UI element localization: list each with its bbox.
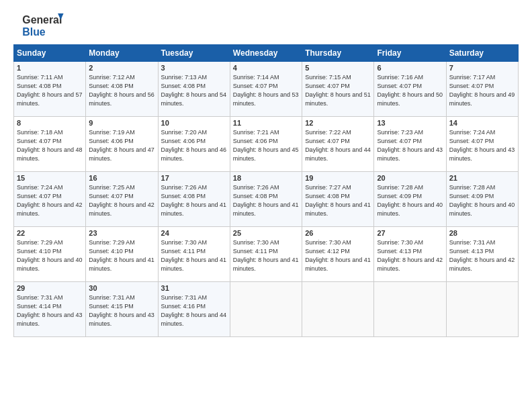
day-info: Sunrise: 7:29 AMSunset: 4:10 PMDaylight:…: [89, 239, 154, 272]
calendar-cell: 17 Sunrise: 7:26 AMSunset: 4:08 PMDaylig…: [158, 172, 230, 227]
day-number: 26: [305, 229, 371, 237]
day-number: 25: [233, 229, 299, 237]
day-info: Sunrise: 7:24 AMSunset: 4:07 PMDaylight:…: [449, 129, 515, 162]
week-row-5: 29 Sunrise: 7:31 AMSunset: 4:14 PMDaylig…: [14, 282, 519, 337]
calendar-cell: 19 Sunrise: 7:27 AMSunset: 4:08 PMDaylig…: [302, 172, 374, 227]
calendar-cell: 7 Sunrise: 7:17 AMSunset: 4:07 PMDayligh…: [446, 62, 518, 117]
calendar-cell: 22 Sunrise: 7:29 AMSunset: 4:10 PMDaylig…: [14, 227, 86, 282]
calendar-cell: 26 Sunrise: 7:30 AMSunset: 4:12 PMDaylig…: [302, 227, 374, 282]
day-info: Sunrise: 7:23 AMSunset: 4:07 PMDaylight:…: [377, 129, 443, 162]
header: General Blue: [13, 12, 519, 38]
day-info: Sunrise: 7:30 AMSunset: 4:11 PMDaylight:…: [161, 239, 227, 272]
col-header-saturday: Saturday: [446, 45, 518, 62]
logo-svg: General Blue: [13, 12, 74, 38]
day-number: 23: [89, 229, 154, 237]
week-row-3: 15 Sunrise: 7:24 AMSunset: 4:07 PMDaylig…: [14, 172, 519, 227]
week-row-1: 1 Sunrise: 7:11 AMSunset: 4:08 PMDayligh…: [14, 62, 519, 117]
calendar-cell: 3 Sunrise: 7:13 AMSunset: 4:08 PMDayligh…: [158, 62, 230, 117]
calendar-cell: 25 Sunrise: 7:30 AMSunset: 4:11 PMDaylig…: [230, 227, 302, 282]
calendar-cell: 20 Sunrise: 7:28 AMSunset: 4:09 PMDaylig…: [374, 172, 446, 227]
day-number: 6: [377, 64, 443, 72]
calendar-cell: 4 Sunrise: 7:14 AMSunset: 4:07 PMDayligh…: [230, 62, 302, 117]
calendar-cell: 1 Sunrise: 7:11 AMSunset: 4:08 PMDayligh…: [14, 62, 86, 117]
calendar-cell: 10 Sunrise: 7:20 AMSunset: 4:06 PMDaylig…: [158, 117, 230, 172]
day-info: Sunrise: 7:26 AMSunset: 4:08 PMDaylight:…: [233, 184, 299, 217]
day-number: 28: [449, 229, 515, 237]
day-info: Sunrise: 7:28 AMSunset: 4:09 PMDaylight:…: [377, 184, 443, 217]
day-number: 22: [17, 229, 83, 237]
calendar-cell: 9 Sunrise: 7:19 AMSunset: 4:06 PMDayligh…: [86, 117, 158, 172]
day-info: Sunrise: 7:31 AMSunset: 4:15 PMDaylight:…: [89, 294, 154, 327]
header-row: SundayMondayTuesdayWednesdayThursdayFrid…: [14, 45, 519, 62]
logo: General Blue: [13, 12, 74, 38]
calendar-cell: 18 Sunrise: 7:26 AMSunset: 4:08 PMDaylig…: [230, 172, 302, 227]
calendar-cell: 5 Sunrise: 7:15 AMSunset: 4:07 PMDayligh…: [302, 62, 374, 117]
svg-text:Blue: Blue: [22, 26, 45, 38]
calendar-cell: 14 Sunrise: 7:24 AMSunset: 4:07 PMDaylig…: [446, 117, 518, 172]
calendar-cell: 28 Sunrise: 7:31 AMSunset: 4:13 PMDaylig…: [446, 227, 518, 282]
calendar-cell: 16 Sunrise: 7:25 AMSunset: 4:07 PMDaylig…: [86, 172, 158, 227]
week-row-2: 8 Sunrise: 7:18 AMSunset: 4:07 PMDayligh…: [14, 117, 519, 172]
day-info: Sunrise: 7:31 AMSunset: 4:16 PMDaylight:…: [161, 294, 227, 327]
calendar-cell: 30 Sunrise: 7:31 AMSunset: 4:15 PMDaylig…: [86, 282, 158, 337]
week-row-4: 22 Sunrise: 7:29 AMSunset: 4:10 PMDaylig…: [14, 227, 519, 282]
col-header-monday: Monday: [86, 45, 158, 62]
day-info: Sunrise: 7:30 AMSunset: 4:11 PMDaylight:…: [233, 239, 299, 272]
day-number: 3: [161, 64, 227, 72]
day-number: 18: [233, 174, 299, 182]
day-info: Sunrise: 7:29 AMSunset: 4:10 PMDaylight:…: [17, 239, 83, 272]
calendar-cell: 11 Sunrise: 7:21 AMSunset: 4:06 PMDaylig…: [230, 117, 302, 172]
day-info: Sunrise: 7:19 AMSunset: 4:06 PMDaylight:…: [89, 129, 154, 162]
day-number: 16: [89, 174, 154, 182]
calendar-cell: [230, 282, 302, 337]
col-header-wednesday: Wednesday: [230, 45, 302, 62]
calendar-cell: 23 Sunrise: 7:29 AMSunset: 4:10 PMDaylig…: [86, 227, 158, 282]
col-header-friday: Friday: [374, 45, 446, 62]
day-info: Sunrise: 7:18 AMSunset: 4:07 PMDaylight:…: [17, 129, 83, 162]
day-number: 2: [89, 64, 154, 72]
day-info: Sunrise: 7:30 AMSunset: 4:13 PMDaylight:…: [377, 239, 443, 272]
day-number: 13: [377, 119, 443, 127]
col-header-thursday: Thursday: [302, 45, 374, 62]
day-number: 19: [305, 174, 371, 182]
calendar-cell: 12 Sunrise: 7:22 AMSunset: 4:07 PMDaylig…: [302, 117, 374, 172]
day-info: Sunrise: 7:12 AMSunset: 4:08 PMDaylight:…: [89, 74, 154, 107]
day-info: Sunrise: 7:31 AMSunset: 4:14 PMDaylight:…: [17, 294, 83, 327]
day-info: Sunrise: 7:25 AMSunset: 4:07 PMDaylight:…: [89, 184, 154, 217]
calendar-cell: 24 Sunrise: 7:30 AMSunset: 4:11 PMDaylig…: [158, 227, 230, 282]
col-header-tuesday: Tuesday: [158, 45, 230, 62]
day-info: Sunrise: 7:20 AMSunset: 4:06 PMDaylight:…: [161, 129, 227, 162]
calendar-cell: 27 Sunrise: 7:30 AMSunset: 4:13 PMDaylig…: [374, 227, 446, 282]
day-number: 21: [449, 174, 515, 182]
calendar-cell: 31 Sunrise: 7:31 AMSunset: 4:16 PMDaylig…: [158, 282, 230, 337]
day-info: Sunrise: 7:31 AMSunset: 4:13 PMDaylight:…: [449, 239, 515, 272]
calendar-cell: 21 Sunrise: 7:28 AMSunset: 4:09 PMDaylig…: [446, 172, 518, 227]
day-info: Sunrise: 7:16 AMSunset: 4:07 PMDaylight:…: [377, 74, 443, 107]
day-number: 11: [233, 119, 299, 127]
day-number: 29: [17, 284, 83, 292]
calendar-cell: 29 Sunrise: 7:31 AMSunset: 4:14 PMDaylig…: [14, 282, 86, 337]
day-info: Sunrise: 7:24 AMSunset: 4:07 PMDaylight:…: [17, 184, 83, 217]
calendar-page: General Blue SundayMondayTuesdayWednesda…: [0, 0, 532, 344]
day-info: Sunrise: 7:27 AMSunset: 4:08 PMDaylight:…: [305, 184, 371, 217]
day-number: 30: [89, 284, 154, 292]
calendar-cell: 15 Sunrise: 7:24 AMSunset: 4:07 PMDaylig…: [14, 172, 86, 227]
day-number: 31: [161, 284, 227, 292]
calendar-cell: 13 Sunrise: 7:23 AMSunset: 4:07 PMDaylig…: [374, 117, 446, 172]
day-info: Sunrise: 7:15 AMSunset: 4:07 PMDaylight:…: [305, 74, 371, 107]
calendar-cell: [302, 282, 374, 337]
day-info: Sunrise: 7:22 AMSunset: 4:07 PMDaylight:…: [305, 129, 371, 162]
day-number: 5: [305, 64, 371, 72]
day-number: 10: [161, 119, 227, 127]
calendar-cell: 8 Sunrise: 7:18 AMSunset: 4:07 PMDayligh…: [14, 117, 86, 172]
day-info: Sunrise: 7:28 AMSunset: 4:09 PMDaylight:…: [449, 184, 515, 217]
calendar-table: SundayMondayTuesdayWednesdayThursdayFrid…: [13, 44, 519, 337]
day-number: 14: [449, 119, 515, 127]
day-number: 15: [17, 174, 83, 182]
calendar-cell: 2 Sunrise: 7:12 AMSunset: 4:08 PMDayligh…: [86, 62, 158, 117]
day-info: Sunrise: 7:30 AMSunset: 4:12 PMDaylight:…: [305, 239, 371, 272]
day-info: Sunrise: 7:14 AMSunset: 4:07 PMDaylight:…: [233, 74, 299, 107]
day-number: 20: [377, 174, 443, 182]
calendar-cell: 6 Sunrise: 7:16 AMSunset: 4:07 PMDayligh…: [374, 62, 446, 117]
day-info: Sunrise: 7:26 AMSunset: 4:08 PMDaylight:…: [161, 184, 227, 217]
